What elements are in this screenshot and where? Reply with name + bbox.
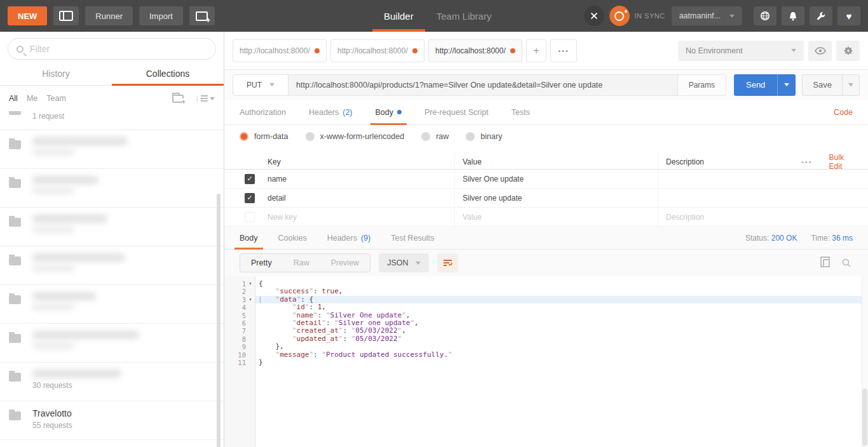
explore-button[interactable]	[754, 6, 776, 25]
tab-tests[interactable]: Tests	[512, 100, 530, 125]
collection-item[interactable]	[0, 208, 224, 246]
code-token	[259, 342, 276, 350]
collection-item[interactable]	[0, 169, 224, 208]
language-selector[interactable]: JSON	[379, 253, 429, 272]
bulk-edit-link[interactable]: Bulk Edit	[829, 153, 857, 171]
request-tab[interactable]: http://localhost:8000/	[233, 39, 327, 62]
send-button[interactable]: Send	[734, 74, 796, 96]
sidebar-scrollbar[interactable]	[217, 194, 220, 447]
code-line: {	[255, 280, 868, 288]
response-tab-cookies[interactable]: Cookies	[278, 227, 307, 250]
code-token: id	[297, 303, 305, 311]
send-options-caret[interactable]	[777, 74, 796, 96]
line-number-value: 4	[229, 304, 246, 311]
line-number: 11	[224, 359, 255, 366]
new-window-button[interactable]	[189, 6, 215, 25]
favorites-button[interactable]: ♥	[837, 6, 860, 25]
collection-subtitle	[32, 342, 74, 349]
save-button[interactable]: Save	[802, 74, 860, 96]
request-tab-label: http://localhost:8000/	[240, 46, 310, 55]
collection-item[interactable]: 1 request	[0, 111, 224, 130]
response-scrollbar-thumb[interactable]	[862, 389, 867, 446]
description-cell[interactable]	[658, 189, 801, 207]
new-tab-button[interactable]: +	[526, 39, 546, 62]
new-button[interactable]: NEW	[8, 6, 47, 25]
new-description-input[interactable]: Description	[658, 208, 801, 226]
tab-builder[interactable]: Builder	[372, 0, 425, 32]
line-number: 8	[224, 335, 255, 343]
request-tab-active[interactable]: http://localhost:8000/	[428, 39, 522, 62]
more-tabs-button[interactable]: •••	[550, 39, 577, 62]
radio-binary[interactable]: binary	[466, 132, 502, 141]
chevron-down-icon	[269, 83, 275, 86]
url-input[interactable]: http://localhost:8000/api/products/1?nam…	[288, 74, 678, 96]
key-cell[interactable]: name	[260, 170, 454, 188]
row-checkbox[interactable]: ✓	[245, 193, 255, 203]
environment-preview-button[interactable]	[808, 41, 832, 61]
method-selector[interactable]: PUT	[233, 74, 288, 96]
save-options-caret[interactable]	[842, 75, 859, 95]
wrap-text-button[interactable]	[437, 253, 458, 272]
collection-item[interactable]	[0, 130, 224, 169]
environment-selector[interactable]: No Environment	[678, 41, 804, 61]
sort-icon[interactable]: ↓	[195, 94, 215, 103]
view-mode-raw[interactable]: Raw	[283, 254, 320, 272]
environment-settings-button[interactable]	[836, 41, 860, 61]
generate-code-link[interactable]: Code	[834, 108, 853, 117]
params-button[interactable]: Params	[678, 74, 726, 96]
radio-x-www-form-urlencoded[interactable]: x-www-form-urlencoded	[306, 132, 405, 141]
response-scrollbar[interactable]	[862, 276, 868, 447]
collection-item[interactable]	[0, 246, 224, 285]
fold-arrow-icon[interactable]: ▾	[246, 280, 255, 288]
new-key-input[interactable]: New key	[260, 208, 454, 226]
value-cell[interactable]: Silver one update	[454, 189, 658, 207]
settings-wrench-button[interactable]	[810, 6, 832, 25]
collection-item[interactable]: Travelotto55 requests	[0, 401, 224, 440]
tab-authorization[interactable]: Authorization	[240, 100, 286, 125]
topbar: NEW Runner Import Builder Team Library I…	[0, 0, 868, 32]
copy-response-icon[interactable]	[823, 259, 830, 267]
radio-form-data[interactable]: form-data	[240, 132, 288, 141]
collection-item[interactable]: 30 requests	[0, 363, 224, 401]
capture-requests-button[interactable]	[584, 6, 604, 26]
radio-raw[interactable]: raw	[421, 132, 449, 141]
search-response-icon[interactable]	[841, 258, 851, 268]
filter-search[interactable]	[8, 38, 216, 60]
table-more-button[interactable]: •••	[801, 158, 813, 166]
new-value-input[interactable]: Value	[454, 208, 658, 226]
response-code[interactable]: { "success": true, "data": { "id": 1, "n…	[255, 276, 868, 447]
account-dropdown[interactable]: aatmaninf...	[672, 6, 742, 25]
fold-arrow-icon[interactable]: ▾	[246, 296, 255, 304]
layout-toggle-button[interactable]	[53, 6, 79, 25]
tab-team-library[interactable]: Team Library	[425, 0, 503, 32]
tab-pre-request-script[interactable]: Pre-request Script	[424, 100, 489, 125]
view-mode-pretty[interactable]: Pretty	[240, 254, 283, 272]
import-button[interactable]: Import	[139, 6, 183, 25]
response-tab-body[interactable]: Body	[240, 227, 258, 250]
folder-icon	[9, 295, 21, 304]
request-tab[interactable]: http://localhost:8000/	[330, 39, 424, 62]
code-token: "	[292, 311, 297, 319]
view-mode-preview[interactable]: Preview	[320, 254, 370, 272]
tab-headers[interactable]: Headers (2)	[309, 100, 353, 125]
account-name: aatmaninf...	[679, 11, 721, 20]
row-checkbox[interactable]: ✓	[245, 174, 255, 184]
response-tab-headers[interactable]: Headers (9)	[327, 227, 371, 250]
collection-item[interactable]	[0, 285, 224, 324]
scope-all[interactable]: All	[9, 94, 18, 103]
description-cell[interactable]	[658, 170, 801, 188]
scope-team[interactable]: Team	[46, 94, 66, 103]
tab-body[interactable]: Body	[376, 100, 402, 125]
collection-item[interactable]	[0, 324, 224, 363]
response-tab-test-results[interactable]: Test Results	[391, 227, 434, 250]
key-cell[interactable]: detail	[260, 189, 454, 207]
sync-status-icon[interactable]	[609, 6, 630, 26]
tab-history[interactable]: History	[0, 63, 112, 85]
value-cell[interactable]: Silver One update	[454, 170, 658, 188]
tab-collections[interactable]: Collections	[112, 63, 224, 85]
filter-input[interactable]	[30, 44, 207, 54]
scope-me[interactable]: Me	[27, 94, 37, 103]
runner-button[interactable]: Runner	[85, 6, 133, 25]
notifications-button[interactable]	[782, 6, 804, 25]
new-collection-icon[interactable]	[172, 95, 184, 103]
